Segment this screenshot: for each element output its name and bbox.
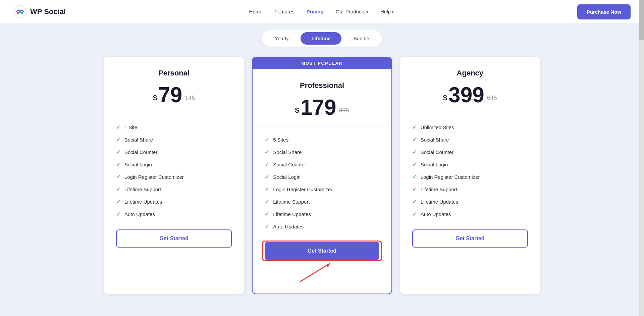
nav-item-features[interactable]: Features <box>275 9 294 15</box>
feature-item: ✓ Social Share <box>265 149 379 155</box>
feature-label: Login Register Customizer <box>124 174 184 180</box>
tab-switcher: Yearly Lifetime Bundle <box>20 30 624 47</box>
nav-item-home[interactable]: Home <box>249 9 263 15</box>
feature-label: 5 Sites <box>273 137 288 143</box>
svg-point-3 <box>19 11 21 13</box>
price-container-personal: $ 79 145 <box>116 84 232 106</box>
check-icon: ✓ <box>265 149 269 155</box>
check-icon: ✓ <box>412 161 417 168</box>
nav-link-home[interactable]: Home <box>249 9 263 14</box>
feature-item: ✓ Lifetime Support <box>412 186 528 193</box>
check-icon: ✓ <box>412 174 417 180</box>
check-icon: ✓ <box>116 149 120 155</box>
tab-group: Yearly Lifetime Bundle <box>262 30 382 47</box>
svg-point-2 <box>17 12 19 14</box>
check-icon: ✓ <box>116 137 120 143</box>
feature-label: Social Login <box>421 162 448 167</box>
scrollbar[interactable] <box>639 0 644 316</box>
feature-label: Unlimited Sites <box>421 124 454 130</box>
feature-item: ✓ Social Counter <box>412 149 528 155</box>
svg-marker-6 <box>326 263 330 267</box>
price-amount-personal: 79 <box>158 84 182 106</box>
feature-label: Login Register Customizer <box>273 187 332 192</box>
navbar: WP Social Home Features Pricing Our Prod… <box>0 0 644 23</box>
main-content: Yearly Lifetime Bundle Personal $ 79 145… <box>0 23 644 316</box>
nav-link-features[interactable]: Features <box>275 9 294 14</box>
check-icon: ✓ <box>265 223 269 230</box>
popular-badge: MOST POPULAR <box>253 57 391 69</box>
feature-label: Social Login <box>273 174 301 180</box>
feature-label: 1 Site <box>124 124 137 130</box>
feature-item: ✓ Auto Updates <box>116 211 232 217</box>
tab-lifetime[interactable]: Lifetime <box>301 32 341 45</box>
tab-bundle[interactable]: Bundle <box>343 32 380 45</box>
check-icon: ✓ <box>116 211 120 217</box>
feature-item: ✓ Social Share <box>412 137 528 143</box>
logo-text: WP Social <box>30 7 66 16</box>
price-amount-professional: 179 <box>301 97 336 118</box>
nav-item-help[interactable]: Help <box>380 9 394 15</box>
feature-label: Auto Updates <box>124 211 155 217</box>
check-icon: ✓ <box>116 124 120 130</box>
feature-label: Social Share <box>124 137 153 143</box>
get-started-agency-button[interactable]: Get Started <box>412 229 528 248</box>
cta-annotation-wrapper: Get Started <box>265 242 379 260</box>
feature-label: Lifetime Support <box>421 187 457 192</box>
check-icon: ✓ <box>116 199 120 205</box>
card-features-agency: ✓ Unlimited Sites ✓ Social Share ✓ Socia… <box>400 114 540 258</box>
pricing-grid: Personal $ 79 145 ✓ 1 Site ✓ Social Shar… <box>104 57 540 294</box>
price-original-professional: 395 <box>339 107 349 114</box>
feature-label: Social Login <box>124 162 152 167</box>
logo[interactable]: WP Social <box>13 5 66 18</box>
check-icon: ✓ <box>412 199 417 205</box>
feature-item: ✓ Social Login <box>412 161 528 168</box>
feature-label: Auto Updates <box>421 211 451 217</box>
check-icon: ✓ <box>412 186 417 193</box>
check-icon: ✓ <box>265 199 269 205</box>
check-icon: ✓ <box>265 137 269 143</box>
nav-link-products[interactable]: Our Products <box>336 9 368 14</box>
nav-link-help[interactable]: Help <box>380 9 394 14</box>
feature-list-personal: ✓ 1 Site ✓ Social Share ✓ Social Counter… <box>116 124 232 217</box>
feature-item: ✓ Auto Updates <box>412 211 528 217</box>
svg-point-4 <box>21 12 23 14</box>
check-icon: ✓ <box>265 161 269 168</box>
feature-label: Login Register Customizer <box>421 174 480 180</box>
purchase-now-button[interactable]: Purchase Now <box>577 4 631 19</box>
feature-item: ✓ 5 Sites <box>265 137 379 143</box>
feature-label: Social Counter <box>421 149 453 155</box>
feature-list-agency: ✓ Unlimited Sites ✓ Social Share ✓ Socia… <box>412 124 528 217</box>
pricing-card-agency: Agency $ 399 645 ✓ Unlimited Sites ✓ Soc… <box>400 57 540 294</box>
feature-item: ✓ Social Login <box>265 174 379 180</box>
check-icon: ✓ <box>412 137 417 143</box>
feature-item: ✓ Social Counter <box>265 161 379 168</box>
plan-name-personal: Personal <box>116 69 232 77</box>
check-icon: ✓ <box>412 124 417 130</box>
feature-label: Lifetime Updates <box>124 199 162 205</box>
check-icon: ✓ <box>265 174 269 180</box>
price-dollar-personal: $ <box>153 94 157 102</box>
nav-item-products[interactable]: Our Products <box>336 9 368 15</box>
get-started-professional-button[interactable]: Get Started <box>265 242 379 260</box>
feature-item: ✓ Auto Updates <box>265 223 379 230</box>
feature-label: Social Share <box>273 149 302 155</box>
card-features-personal: ✓ 1 Site ✓ Social Share ✓ Social Counter… <box>104 114 244 258</box>
feature-label: Social Share <box>421 137 449 143</box>
feature-label: Lifetime Support <box>124 187 161 192</box>
scrollbar-thumb[interactable] <box>639 0 644 40</box>
feature-item: ✓ 1 Site <box>116 124 232 130</box>
card-header-agency: Agency $ 399 645 <box>400 57 540 114</box>
price-container-professional: $ 179 395 <box>265 97 379 118</box>
price-dollar-agency: $ <box>443 94 447 102</box>
nav-link-pricing[interactable]: Pricing <box>307 9 324 14</box>
price-dollar-professional: $ <box>295 106 299 115</box>
get-started-personal-button[interactable]: Get Started <box>116 229 232 248</box>
nav-item-pricing[interactable]: Pricing <box>307 9 324 15</box>
feature-item: ✓ Lifetime Updates <box>116 199 232 205</box>
pricing-card-personal: Personal $ 79 145 ✓ 1 Site ✓ Social Shar… <box>104 57 244 294</box>
feature-item: ✓ Social Share <box>116 137 232 143</box>
price-amount-agency: 399 <box>448 84 484 106</box>
tab-yearly[interactable]: Yearly <box>264 32 299 45</box>
feature-item: ✓ Lifetime Updates <box>412 199 528 205</box>
check-icon: ✓ <box>116 186 120 193</box>
